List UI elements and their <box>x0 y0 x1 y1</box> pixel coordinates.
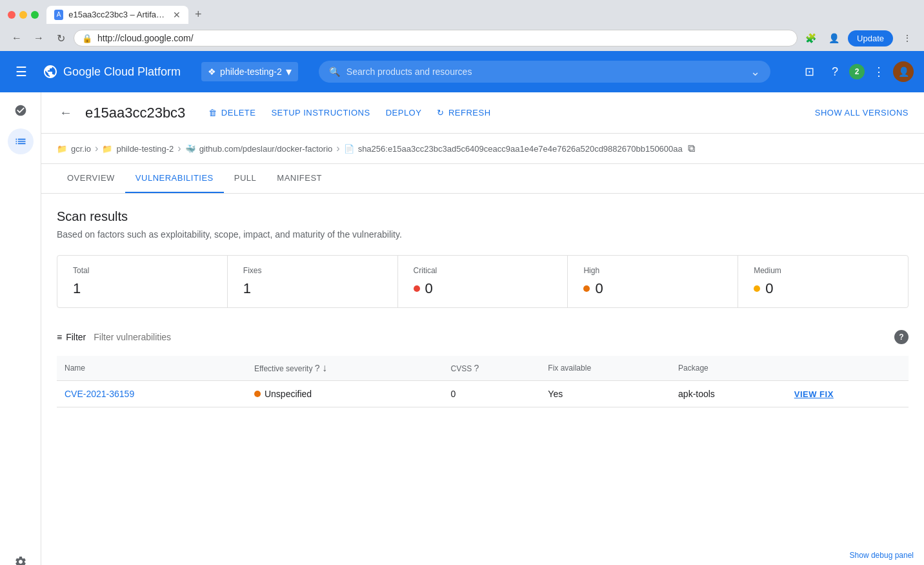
medium-dot <box>754 285 760 292</box>
gcp-logo-icon <box>43 64 58 79</box>
vuln-cvss-cell: 0 <box>443 381 541 407</box>
breadcrumb-sep-2: › <box>177 143 181 154</box>
stat-critical-label: Critical <box>414 266 552 275</box>
filter-input[interactable] <box>94 332 887 342</box>
vulnerabilities-table: Name Effective severity ? ↓ CVSS ? Fix a… <box>57 356 909 407</box>
menu-btn[interactable]: ⋮ <box>898 29 916 47</box>
reload-browser-btn[interactable]: ↻ <box>52 29 70 47</box>
col-header-name: Name <box>57 356 246 381</box>
address-bar[interactable]: 🔒 http://cloud.google.com/ <box>74 30 798 46</box>
update-button[interactable]: Update <box>848 30 893 46</box>
high-dot <box>583 285 590 292</box>
tab-vulnerabilities[interactable]: VULNERABILITIES <box>125 164 224 193</box>
severity-dot <box>254 391 261 397</box>
show-all-versions-button[interactable]: SHOW ALL VERSIONS <box>815 108 909 118</box>
table-header-row: Name Effective severity ? ↓ CVSS ? Fix a… <box>57 356 909 381</box>
header-action-buttons: 🗑 DELETE SETUP INSTRUCTIONS DEPLOY ↻ REF… <box>206 103 493 123</box>
tabs: OVERVIEW VULNERABILITIES PULL MANIFEST <box>41 164 924 194</box>
breadcrumb-gcrio[interactable]: 📁 gcr.io <box>57 144 91 154</box>
breadcrumb-sep-3: › <box>336 143 339 154</box>
back-browser-btn[interactable]: ← <box>8 29 26 47</box>
search-input[interactable] <box>346 67 744 77</box>
stat-medium: Medium 0 <box>738 256 908 307</box>
cloud-shell-btn[interactable]: ⊡ <box>798 60 821 83</box>
sidebar-icon-registry[interactable] <box>8 98 34 123</box>
hamburger-menu[interactable]: ☰ <box>10 59 32 85</box>
stat-critical-value: 0 <box>414 280 552 297</box>
filter-help-icon[interactable]: ? <box>894 330 909 344</box>
tab-manifest[interactable]: MANIFEST <box>266 164 332 193</box>
search-bar[interactable]: 🔍 ⌄ <box>319 61 770 83</box>
col-header-package: Package <box>670 356 787 381</box>
sha-icon: 📄 <box>344 144 354 154</box>
col-header-severity: Effective severity ? ↓ <box>246 356 443 381</box>
stat-high-label: High <box>583 266 722 275</box>
search-icon: 🔍 <box>329 67 340 77</box>
stat-fixes: Fixes 1 <box>228 256 398 307</box>
page-title: e15aa3cc23bc3 <box>85 105 185 121</box>
notification-badge[interactable]: 2 <box>849 64 865 79</box>
setup-instructions-button[interactable]: SETUP INSTRUCTIONS <box>268 103 372 123</box>
stat-total: Total 1 <box>57 256 228 307</box>
severity-badge: Unspecified <box>254 389 436 399</box>
traffic-light-yellow[interactable] <box>19 11 27 19</box>
forward-browser-btn[interactable]: → <box>30 29 48 47</box>
gcp-logo: Google Cloud Platform <box>43 64 181 79</box>
severity-sort-icon[interactable]: ↓ <box>322 362 327 373</box>
filter-button[interactable]: ≡ Filter <box>57 332 86 342</box>
sidebar-icon-settings[interactable] <box>8 549 34 565</box>
stat-fixes-value: 1 <box>243 280 382 297</box>
delete-icon: 🗑 <box>208 108 217 118</box>
new-tab-button[interactable]: + <box>188 4 208 25</box>
traffic-light-red[interactable] <box>8 11 15 19</box>
project-selector[interactable]: ❖ philde-testing-2 ▾ <box>201 62 298 81</box>
delete-button[interactable]: 🗑 DELETE <box>206 103 258 123</box>
stat-high: High 0 <box>568 256 738 307</box>
col-header-action <box>787 356 909 381</box>
app-name-text: Google Cloud Platform <box>63 65 181 79</box>
tab-pull[interactable]: PULL <box>224 164 267 193</box>
view-fix-button[interactable]: VIEW FIX <box>794 389 834 399</box>
stats-grid: Total 1 Fixes 1 Critical 0 High <box>57 255 909 308</box>
refresh-button[interactable]: ↻ REFRESH <box>434 103 493 123</box>
deploy-button[interactable]: DEPLOY <box>383 103 425 123</box>
debug-panel-link[interactable]: Show debug panel <box>839 546 924 565</box>
breadcrumb-sha: 📄 sha256:e15aa3cc23bc3ad5c6409ceacc9aa1e… <box>344 144 683 154</box>
stat-total-label: Total <box>73 266 212 275</box>
search-expand-icon: ⌄ <box>750 65 760 79</box>
user-avatar[interactable]: 👤 <box>893 61 914 82</box>
tab-title: e15aa3cc23bc3 – Artifact Reg <box>68 10 168 19</box>
stat-high-value: 0 <box>583 280 722 297</box>
browser-tab[interactable]: A e15aa3cc23bc3 – Artifact Reg ✕ <box>46 6 188 24</box>
back-button[interactable]: ← <box>57 103 75 123</box>
profile-btn[interactable]: 👤 <box>825 29 843 47</box>
project-dropdown-arrow: ▾ <box>286 65 292 79</box>
delete-label: DELETE <box>221 108 256 118</box>
filter-label: Filter <box>66 332 86 342</box>
tab-favicon: A <box>54 10 63 20</box>
tab-overview[interactable]: OVERVIEW <box>57 164 125 193</box>
tab-close-btn[interactable]: ✕ <box>173 10 181 20</box>
stat-medium-value: 0 <box>754 280 892 297</box>
severity-help-icon[interactable]: ? <box>315 363 320 373</box>
table-row: CVE-2021-36159 Unspecified 0 Yes apk-too… <box>57 381 909 407</box>
sidebar <box>0 92 41 565</box>
repo-icon: 🐳 <box>185 144 196 154</box>
cvss-help-icon[interactable]: ? <box>474 363 479 373</box>
breadcrumb-repo[interactable]: 🐳 github.com/pdeslaur/docker-factorio <box>185 144 333 154</box>
sidebar-icon-list[interactable] <box>8 128 34 154</box>
copy-sha-button[interactable]: ⧉ <box>687 141 696 156</box>
traffic-light-green[interactable] <box>31 11 39 19</box>
vuln-fix-cell: Yes <box>540 381 670 407</box>
deploy-label: DEPLOY <box>386 108 422 118</box>
extensions-btn[interactable]: 🧩 <box>801 29 819 47</box>
col-header-cvss: CVSS ? <box>443 356 541 381</box>
col-header-fix: Fix available <box>540 356 670 381</box>
breadcrumb-project[interactable]: 📁 philde-testing-2 <box>102 144 174 154</box>
scan-results-section: Scan results Based on factors such as ex… <box>41 194 924 423</box>
more-options-btn[interactable]: ⋮ <box>867 60 890 83</box>
scan-results-title: Scan results <box>57 209 909 224</box>
breadcrumb-sep-1: › <box>95 143 98 154</box>
help-btn[interactable]: ? <box>823 60 847 83</box>
vuln-name-link[interactable]: CVE-2021-36159 <box>65 389 134 399</box>
